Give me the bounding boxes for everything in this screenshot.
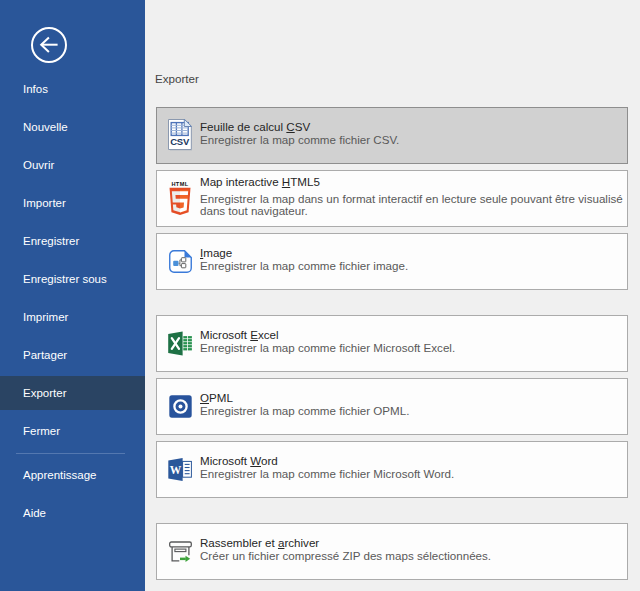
svg-text:HTML: HTML	[171, 181, 188, 187]
svg-text:CSV: CSV	[170, 136, 190, 147]
svg-text:W: W	[170, 464, 182, 476]
